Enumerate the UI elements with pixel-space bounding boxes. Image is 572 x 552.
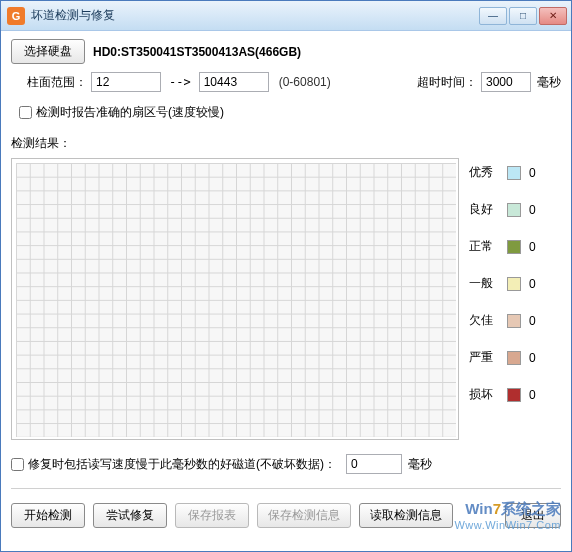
range-hint: (0-60801) — [279, 75, 331, 89]
accurate-sector-checkbox[interactable] — [19, 106, 32, 119]
legend-normal-count: 0 — [529, 240, 543, 254]
range-row: 柱面范围： --> (0-60801) 超时时间： 毫秒 — [11, 72, 561, 92]
legend: 优秀 0 良好 0 正常 0 一般 0 — [469, 158, 543, 440]
swatch-average — [507, 277, 521, 291]
result-label: 检测结果： — [11, 135, 561, 152]
save-scan-info-button[interactable]: 保存检测信息 — [257, 503, 351, 528]
timeout-input[interactable] — [481, 72, 531, 92]
repair-include-slow-checkbox[interactable] — [11, 458, 24, 471]
legend-poor-count: 0 — [529, 314, 543, 328]
legend-good-count: 0 — [529, 203, 543, 217]
exit-button[interactable]: 退出 — [505, 503, 561, 528]
legend-average-label: 一般 — [469, 275, 499, 292]
disk-label: HD0:ST350041ST3500413AS(466GB) — [93, 45, 301, 59]
titlebar: G 坏道检测与修复 — □ ✕ — [1, 1, 571, 31]
bottom-buttons: 开始检测 尝试修复 保存报表 保存检测信息 读取检测信息 退出 — [11, 503, 561, 528]
legend-average: 一般 0 — [469, 275, 543, 292]
legend-severe: 严重 0 — [469, 349, 543, 366]
legend-excellent-label: 优秀 — [469, 164, 499, 181]
sector-grid-cells — [16, 163, 456, 437]
sector-grid — [11, 158, 459, 440]
swatch-excellent — [507, 166, 521, 180]
dialog-window: G 坏道检测与修复 — □ ✕ 选择硬盘 HD0:ST350041ST35004… — [0, 0, 572, 552]
timeout-unit: 毫秒 — [537, 74, 561, 91]
legend-excellent-count: 0 — [529, 166, 543, 180]
legend-normal-label: 正常 — [469, 238, 499, 255]
range-to-input[interactable] — [199, 72, 269, 92]
legend-good-label: 良好 — [469, 201, 499, 218]
save-report-button[interactable]: 保存报表 — [175, 503, 249, 528]
swatch-good — [507, 203, 521, 217]
legend-normal: 正常 0 — [469, 238, 543, 255]
close-button[interactable]: ✕ — [539, 7, 567, 25]
read-scan-info-button[interactable]: 读取检测信息 — [359, 503, 453, 528]
try-repair-button[interactable]: 尝试修复 — [93, 503, 167, 528]
accurate-sector-label: 检测时报告准确的扇区号(速度较慢) — [36, 104, 224, 121]
window-title: 坏道检测与修复 — [31, 7, 477, 24]
window-buttons: — □ ✕ — [477, 7, 567, 25]
swatch-normal — [507, 240, 521, 254]
timeout-label: 超时时间： — [417, 74, 477, 91]
legend-damage: 损坏 0 — [469, 386, 543, 403]
repair-unit: 毫秒 — [408, 456, 432, 473]
arrow-icon: --> — [169, 75, 191, 89]
cylinder-range-label: 柱面范围： — [27, 74, 87, 91]
legend-damage-label: 损坏 — [469, 386, 499, 403]
select-disk-button[interactable]: 选择硬盘 — [11, 39, 85, 64]
swatch-damage — [507, 388, 521, 402]
disk-select-row: 选择硬盘 HD0:ST350041ST3500413AS(466GB) — [11, 39, 561, 64]
repair-row: 修复时包括读写速度慢于此毫秒数的好磁道(不破坏数据)： 毫秒 — [11, 454, 561, 474]
dialog-content: 选择硬盘 HD0:ST350041ST3500413AS(466GB) 柱面范围… — [1, 31, 571, 551]
swatch-severe — [507, 351, 521, 365]
start-scan-button[interactable]: 开始检测 — [11, 503, 85, 528]
maximize-button[interactable]: □ — [509, 7, 537, 25]
legend-good: 良好 0 — [469, 201, 543, 218]
range-from-input[interactable] — [91, 72, 161, 92]
repair-include-slow-label: 修复时包括读写速度慢于此毫秒数的好磁道(不破坏数据)： — [28, 456, 336, 473]
divider — [11, 488, 561, 489]
legend-severe-count: 0 — [529, 351, 543, 365]
legend-damage-count: 0 — [529, 388, 543, 402]
minimize-button[interactable]: — — [479, 7, 507, 25]
legend-severe-label: 严重 — [469, 349, 499, 366]
legend-poor-label: 欠佳 — [469, 312, 499, 329]
legend-average-count: 0 — [529, 277, 543, 291]
swatch-poor — [507, 314, 521, 328]
repair-threshold-input[interactable] — [346, 454, 402, 474]
app-icon: G — [7, 7, 25, 25]
accurate-sector-row: 检测时报告准确的扇区号(速度较慢) — [19, 104, 561, 121]
result-area: 优秀 0 良好 0 正常 0 一般 0 — [11, 158, 561, 440]
legend-excellent: 优秀 0 — [469, 164, 543, 181]
legend-poor: 欠佳 0 — [469, 312, 543, 329]
